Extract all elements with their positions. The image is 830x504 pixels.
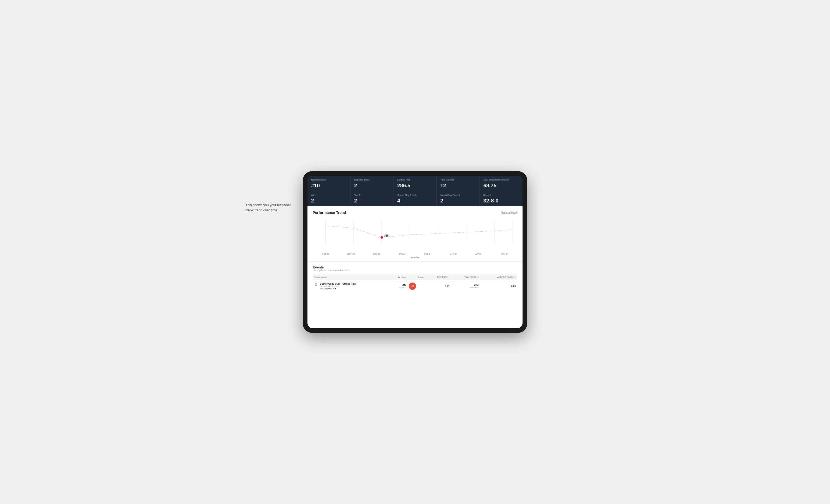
x-label-apr24: APR 24 [466, 253, 492, 255]
annotation-text: This shows you your National Rank trend … [245, 202, 297, 212]
stat-scoring-avg: Scoring Avg. 286.5 [393, 176, 437, 191]
stat-total-rounds-label: Total Rounds [440, 178, 476, 181]
stat-stroke-play-value: 4 [397, 198, 433, 204]
x-label-jan24: JAN 24 [389, 253, 415, 255]
rank-impact: Rank Impact: 3 ▼ [320, 288, 356, 290]
stat-avg-weighted-points-label: Avg. Weighted Points ⓘ [483, 178, 519, 181]
content-area: National Rank #10 Regional Rank 2 Scorin… [308, 176, 522, 328]
col-weighted-points: Weighted Points ⓘ [480, 274, 517, 280]
tablet-device: National Rank #10 Regional Rank 2 Scorin… [303, 171, 527, 333]
stat-avg-weighted-points-value: 68.75 [483, 182, 519, 189]
tablet-screen: National Rank #10 Regional Rank 2 Scorin… [308, 176, 522, 328]
stat-scoring-avg-label: Scoring Avg. [397, 178, 433, 181]
stat-national-rank-value: #10 [311, 182, 347, 189]
stat-record-label: Record [483, 194, 519, 197]
svg-text:#10: #10 [384, 234, 389, 237]
chart-x-labels: OCT 23 NOV 23 DEC 23 JAN 24 FEB 24 MAR 2… [313, 252, 517, 256]
stat-match-play-events: Match Play Events 2 [437, 191, 479, 207]
event-date: Oct 9 - Oct 10, 2023 [320, 285, 356, 288]
stat-national-rank: National Rank #10 [308, 176, 350, 191]
stat-total-rounds: Total Rounds 12 [437, 176, 479, 191]
col-position: Position [389, 274, 407, 280]
events-title: Events [313, 265, 517, 269]
stat-total-rounds-value: 12 [440, 182, 476, 189]
stat-national-rank-label: National Rank [311, 178, 347, 181]
events-section: Events Last updated: 24th November 2023 … [308, 262, 522, 296]
stat-stroke-play-label: Stroke Play Events [397, 194, 433, 197]
x-label-dec23: DEC 23 [364, 253, 389, 255]
stat-record: Record 32-8-0 [480, 191, 522, 207]
col-event-name: Event Name [313, 274, 389, 280]
stat-wins-label: Wins [311, 194, 347, 197]
stat-top3s-value: 2 [354, 198, 390, 204]
event-name: Buster Cozy Cup – Stroke Play [320, 282, 356, 285]
events-table-header: Event Name Position Score Event SG ⓘ Tot… [313, 274, 517, 280]
stats-grid-row2: Wins 2 Top 3s 2 Stroke Play Events 4 Mat… [308, 191, 522, 207]
x-label-feb24: FEB 24 [415, 253, 441, 255]
stat-match-play-value: 2 [440, 198, 476, 204]
events-table: Event Name Position Score Event SG ⓘ Tot… [313, 274, 517, 292]
performance-header: Performance Trend National Rank [313, 210, 517, 215]
table-row: 🏌 Buster Cozy Cup – Stroke Play Oct 9 - … [313, 280, 517, 292]
performance-label: National Rank [501, 211, 517, 214]
col-event-sg: Event SG ⓘ [425, 274, 451, 280]
col-total-points: Total Points ⓘ [451, 274, 480, 280]
event-total-points: 28.3 3 Rounds [451, 280, 480, 292]
performance-chart: #10 [313, 218, 517, 252]
event-sg-info-icon: ⓘ [447, 276, 449, 278]
stat-wins-value: 2 [311, 198, 347, 204]
position-value: 6th [390, 283, 406, 287]
event-score: -22 [407, 280, 425, 292]
x-label-may24: MAY 24 [492, 253, 517, 255]
event-position: 6th out of 7 [389, 280, 407, 292]
weighted-points-info-icon: ⓘ [514, 276, 516, 278]
stats-grid-row1: National Rank #10 Regional Rank 2 Scorin… [308, 176, 522, 191]
stat-match-play-label: Match Play Events [440, 194, 476, 197]
event-weighted-points: 28.3 [480, 280, 517, 292]
stat-record-value: 32-8-0 [483, 198, 519, 204]
golf-icon: 🏌 [314, 282, 318, 286]
stat-stroke-play-events: Stroke Play Events 4 [393, 191, 437, 207]
stat-regional-rank-label: Regional Rank [354, 178, 390, 181]
events-table-body: 🏌 Buster Cozy Cup – Stroke Play Oct 9 - … [313, 280, 517, 292]
chart-x-axis-title: Months [313, 256, 517, 259]
position-sub: out of 7 [390, 287, 406, 289]
stat-regional-rank: Regional Rank 2 [351, 176, 393, 191]
event-sg: 0.45 [425, 280, 451, 292]
performance-title: Performance Trend [313, 210, 346, 215]
performance-trend-section: Performance Trend National Rank [308, 206, 522, 262]
x-label-nov23: NOV 23 [338, 253, 364, 255]
x-label-mar24: MAR 24 [441, 253, 466, 255]
svg-point-11 [381, 237, 383, 238]
events-subtitle: Last updated: 24th November 2023 [313, 269, 517, 272]
stat-wins: Wins 2 [308, 191, 350, 207]
stat-top3s-label: Top 3s [354, 194, 390, 197]
stat-regional-rank-value: 2 [354, 182, 390, 189]
stat-scoring-avg-value: 286.5 [397, 182, 433, 189]
stat-avg-weighted-points: Avg. Weighted Points ⓘ 68.75 [480, 176, 522, 191]
chart-svg: #10 [313, 218, 517, 252]
total-points-info-icon: ⓘ [477, 276, 479, 278]
score-badge: -22 [409, 282, 416, 290]
col-score: Score [407, 274, 425, 280]
x-label-oct23: OCT 23 [313, 253, 338, 255]
stat-top3s: Top 3s 2 [351, 191, 393, 207]
event-name-cell: 🏌 Buster Cozy Cup – Stroke Play Oct 9 - … [313, 280, 389, 292]
